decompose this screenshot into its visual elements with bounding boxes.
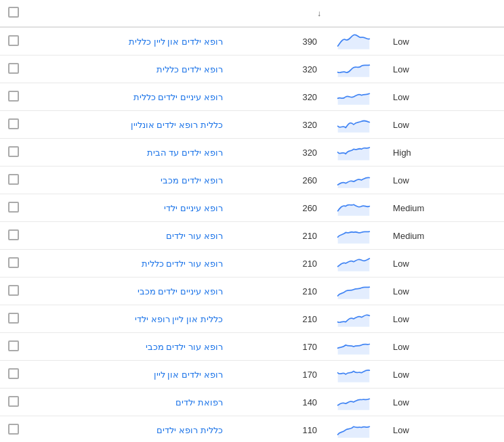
search-volume-column-header[interactable]: ↓ (228, 0, 386, 27)
search-volume-cell: 390 (228, 27, 386, 56)
keyword-link[interactable]: רופא ילדים כללית (156, 64, 222, 74)
keyword-link[interactable]: רופא ילדים און ליין (154, 370, 223, 380)
competition-cell: Low (386, 111, 504, 139)
sparkline-chart (327, 87, 381, 106)
search-volume-cell: 210 (228, 250, 386, 278)
keyword-link[interactable]: רופא ילדים עד הבית (147, 148, 223, 158)
search-volume-cell: 320 (228, 83, 386, 111)
search-volume-cell: 140 (228, 389, 386, 416)
search-volume-value: 320 (282, 148, 322, 158)
select-all-header[interactable] (0, 0, 26, 27)
sparkline-chart (327, 32, 381, 51)
search-volume-value: 260 (282, 175, 322, 185)
search-volume-cell: 170 (228, 333, 386, 361)
table-row: רופא עיניים ילדים מכבי210Low (0, 278, 504, 305)
keyword-cell: רופא עור ילדים כללית (26, 250, 228, 278)
sparkline-chart (327, 171, 381, 190)
table-row: רופא ילדים עד הבית320High (0, 139, 504, 167)
row-checkbox-5[interactable] (8, 146, 19, 157)
select-all-checkbox[interactable] (8, 7, 19, 18)
row-checkbox-2[interactable] (8, 63, 19, 74)
row-checkbox-7[interactable] (8, 202, 19, 213)
keyword-link[interactable]: רופא עיניים ילדים כללית (133, 92, 223, 102)
search-volume-value: 170 (282, 370, 322, 380)
sparkline-chart (327, 393, 381, 412)
table-row: כללית רופא ילדים אונליין320Low (0, 111, 504, 139)
search-volume-cell: 320 (228, 139, 386, 167)
keyword-link[interactable]: כללית רופא ילדים אונליין (131, 120, 223, 130)
keyword-link[interactable]: רופא עיניים ילדי (164, 203, 222, 213)
keyword-column-header (26, 0, 228, 27)
keyword-cell: כללית רופא ילדים אונליין (26, 111, 228, 139)
search-volume-cell: 320 (228, 56, 386, 83)
search-volume-value: 140 (282, 397, 322, 407)
keyword-cell: רופא עור ילדים מכבי (26, 333, 228, 361)
search-volume-cell: 320 (228, 111, 386, 139)
keyword-cell: רופא ילדים און ליין כללית (26, 27, 228, 56)
search-volume-cell: 210 (228, 222, 386, 250)
row-checkbox-6[interactable] (8, 174, 19, 185)
row-checkbox-12[interactable] (8, 340, 19, 351)
sparkline-chart (327, 337, 381, 356)
row-checkbox-9[interactable] (8, 257, 19, 268)
row-checkbox-13[interactable] (8, 368, 19, 379)
search-volume-value: 320 (282, 120, 322, 130)
competition-cell: Low (386, 56, 504, 83)
keyword-cell: רופא עור ילדים (26, 222, 228, 250)
keyword-link[interactable]: רופא ילדים און ליין כללית (129, 37, 222, 47)
keyword-link[interactable]: כללית און ליין רופא ילדי (135, 314, 222, 324)
search-volume-cell: 110 (228, 416, 386, 443)
table-row: רופא ילדים מכבי260Low (0, 167, 504, 194)
keyword-cell: רופא ילדים און ליין (26, 361, 228, 389)
search-volume-value: 260 (282, 203, 322, 213)
competition-cell: High (386, 139, 504, 167)
row-checkbox-14[interactable] (8, 396, 19, 407)
row-checkbox-11[interactable] (8, 313, 19, 324)
row-checkbox-8[interactable] (8, 229, 19, 240)
keyword-link[interactable]: רופא ילדים מכבי (161, 175, 222, 185)
row-checkbox-1[interactable] (8, 35, 19, 46)
competition-cell: Low (386, 416, 504, 443)
sparkline-chart (327, 115, 381, 134)
keyword-cell: רופא ילדים מכבי (26, 167, 228, 194)
keyword-cell: רופא עיניים ילדים מכבי (26, 278, 228, 305)
keyword-link[interactable]: רופא עור ילדים כללית (142, 259, 223, 269)
table-row: רופא עור ילדים מכבי170Low (0, 333, 504, 361)
keyword-link[interactable]: רפואת ילדים (175, 397, 223, 407)
competition-cell: Medium (386, 194, 504, 222)
search-volume-value: 320 (282, 92, 322, 102)
row-checkbox-3[interactable] (8, 91, 19, 102)
search-volume-value: 210 (282, 231, 322, 241)
table-row: רופא עיניים ילדים כללית320Low (0, 83, 504, 111)
keyword-cell: כללית און ליין רופא ילדי (26, 305, 228, 333)
table-row: כללית און ליין רופא ילדי210Low (0, 305, 504, 333)
search-volume-cell: 210 (228, 278, 386, 305)
row-checkbox-4[interactable] (8, 118, 19, 129)
competition-cell: Medium (386, 222, 504, 250)
search-volume-value: 170 (282, 342, 322, 352)
keyword-link[interactable]: כללית רופא ילדים (156, 425, 222, 435)
table-row: רופא ילדים און ליין כללית390Low (0, 27, 504, 56)
table-row: רופא ילדים און ליין170Low (0, 361, 504, 389)
search-volume-cell: 170 (228, 361, 386, 389)
row-checkbox-10[interactable] (8, 285, 19, 296)
search-volume-value: 210 (282, 286, 322, 296)
search-volume-cell: 210 (228, 305, 386, 333)
sparkline-chart (327, 143, 381, 162)
search-volume-value: 110 (282, 425, 322, 435)
row-checkbox-15[interactable] (8, 424, 19, 435)
table-row: רופא ילדים כללית320Low (0, 56, 504, 83)
competition-cell: Low (386, 83, 504, 111)
search-volume-value: 390 (282, 37, 322, 47)
competition-cell: Low (386, 333, 504, 361)
table-row: רפואת ילדים140Low (0, 389, 504, 416)
search-volume-value: 210 (282, 259, 322, 269)
competition-column-header (386, 0, 504, 27)
keyword-cell: רופא עיניים ילדים כללית (26, 83, 228, 111)
keyword-link[interactable]: רופא עור ילדים מכבי (146, 342, 223, 352)
table-row: רופא עור ילדים כללית210Low (0, 250, 504, 278)
keyword-link[interactable]: רופא עיניים ילדים מכבי (138, 286, 223, 296)
search-volume-cell: 260 (228, 194, 386, 222)
keyword-cell: רופא עיניים ילדי (26, 194, 228, 222)
keyword-link[interactable]: רופא עור ילדים (166, 231, 222, 241)
